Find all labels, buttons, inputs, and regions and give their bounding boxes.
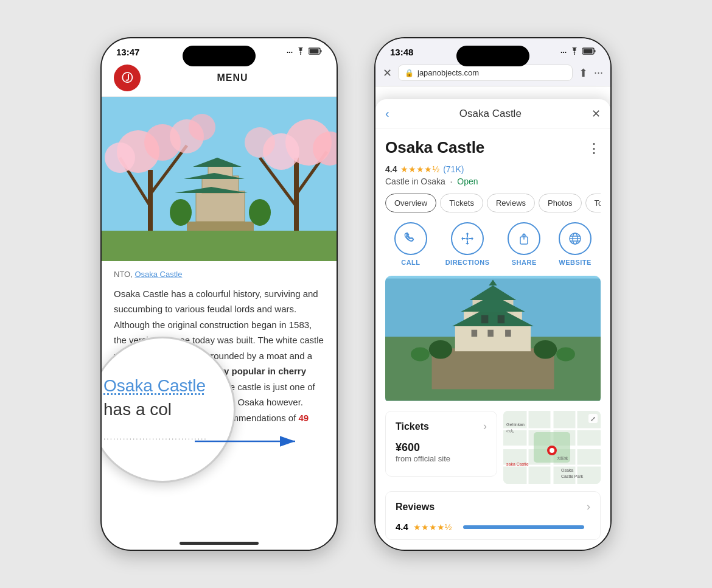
svg-rect-60 bbox=[487, 330, 494, 337]
review-stars: ★★★★½ bbox=[413, 522, 452, 532]
action-call[interactable]: CALL bbox=[394, 222, 427, 266]
tickets-chevron[interactable]: › bbox=[483, 420, 487, 433]
svg-rect-36 bbox=[595, 50, 596, 52]
time-right: 13:48 bbox=[390, 47, 413, 57]
svg-point-64 bbox=[411, 347, 430, 361]
place-type: Castle in Osaka · Open bbox=[385, 177, 601, 186]
review-summary: 4.4 ★★★★½ bbox=[386, 522, 600, 539]
breadcrumb-link[interactable]: Osaka Castle bbox=[134, 270, 182, 279]
maps-close-button[interactable]: ✕ bbox=[592, 107, 601, 121]
open-status: Open bbox=[457, 177, 478, 186]
app-logo-left[interactable]: Ⓙ bbox=[114, 65, 141, 91]
svg-point-30 bbox=[249, 199, 271, 226]
wifi-right bbox=[570, 47, 579, 57]
tabs-row: Overview Tickets Reviews Photos Tours bbox=[385, 194, 601, 212]
svg-rect-50 bbox=[455, 325, 531, 351]
url-text: japanobjects.com bbox=[417, 68, 479, 77]
battery-right bbox=[582, 47, 596, 57]
battery-left bbox=[309, 47, 322, 57]
app-menu-label-left: MENU bbox=[141, 72, 324, 83]
maps-header: ‹ Osaka Castle ✕ bbox=[375, 99, 610, 128]
svg-text:Ⓙ: Ⓙ bbox=[122, 72, 133, 84]
left-phone: 13:47 ··· Ⓙ MENU bbox=[100, 37, 338, 551]
svg-rect-2 bbox=[321, 50, 322, 52]
svg-point-75 bbox=[550, 448, 554, 453]
svg-rect-59 bbox=[472, 330, 478, 337]
call-label: CALL bbox=[401, 259, 420, 266]
dynamic-island-right bbox=[456, 46, 529, 66]
review-count[interactable]: (71K) bbox=[443, 164, 464, 174]
svg-text:Castle Park: Castle Park bbox=[561, 474, 584, 478]
tab-tickets[interactable]: Tickets bbox=[440, 194, 483, 212]
lock-icon: 🔒 bbox=[405, 69, 414, 77]
home-indicator-left bbox=[180, 542, 259, 545]
svg-point-62 bbox=[429, 340, 452, 359]
directions-label: DIRECTIONS bbox=[445, 259, 490, 266]
svg-text:saka Castle: saka Castle bbox=[506, 462, 529, 466]
svg-point-34 bbox=[574, 54, 575, 55]
tab-overview[interactable]: Overview bbox=[385, 194, 436, 212]
url-bar[interactable]: 🔒 japanobjects.com bbox=[398, 65, 573, 81]
more-icon[interactable]: ··· bbox=[594, 66, 603, 80]
maps-content: Osaka Castle ⋮ 4.4 ★★★★½ (71K) Castle in… bbox=[375, 128, 610, 550]
share-circle bbox=[508, 222, 540, 255]
breadcrumb-text: NTO, bbox=[114, 270, 134, 279]
review-bar bbox=[463, 525, 584, 529]
map-thumbnail[interactable]: Gehinkan の丸 大阪城 saka Castle Osaka Castle… bbox=[503, 411, 601, 484]
svg-text:の丸: の丸 bbox=[506, 429, 514, 433]
maps-panel-title: Osaka Castle bbox=[396, 108, 585, 120]
place-name: Osaka Castle bbox=[385, 138, 587, 157]
right-phone: 13:48 ··· ✕ 🔒 japanobjects.com ⬆ ··· bbox=[374, 37, 612, 551]
reviews-chevron[interactable]: › bbox=[587, 500, 590, 513]
tab-photos[interactable]: Photos bbox=[539, 194, 581, 212]
svg-rect-37 bbox=[584, 49, 593, 54]
svg-rect-61 bbox=[505, 330, 511, 337]
castle-photo-maps bbox=[385, 276, 601, 404]
dynamic-island-left bbox=[183, 46, 256, 66]
action-directions[interactable]: DIRECTIONS bbox=[445, 222, 490, 266]
tickets-map-row: Tickets › ¥600 from official site bbox=[385, 411, 601, 484]
svg-rect-58 bbox=[498, 315, 504, 323]
svg-text:大阪城: 大阪城 bbox=[557, 457, 568, 460]
tab-reviews[interactable]: Reviews bbox=[487, 194, 535, 212]
reviews-row: Reviews › bbox=[386, 492, 600, 522]
mag-highlighted-text: Osaka Castle bbox=[103, 376, 206, 395]
svg-point-63 bbox=[534, 340, 557, 359]
svg-point-40 bbox=[466, 237, 469, 240]
reviews-card: Reviews › 4.4 ★★★★½ bbox=[385, 491, 601, 540]
signal-left: ··· bbox=[287, 48, 293, 57]
svg-text:Osaka: Osaka bbox=[561, 468, 573, 472]
breadcrumb: NTO, Osaka Castle bbox=[114, 268, 324, 281]
mag-text-continuation: has a col bbox=[103, 400, 172, 419]
scene: 13:47 ··· Ⓙ MENU bbox=[76, 13, 636, 575]
place-more-button[interactable]: ⋮ bbox=[587, 141, 601, 156]
tickets-row: Tickets › bbox=[386, 411, 497, 441]
action-website[interactable]: WEBSITE bbox=[559, 222, 592, 266]
maps-back-button[interactable]: ‹ bbox=[385, 107, 389, 121]
website-label: WEBSITE bbox=[559, 259, 592, 266]
action-row: CALL DIRECTIONS bbox=[385, 222, 601, 266]
share-icon[interactable]: ⬆ bbox=[579, 66, 588, 80]
mag-dots: ................................ bbox=[103, 433, 208, 441]
wifi-left bbox=[296, 47, 305, 57]
svg-point-15 bbox=[105, 142, 135, 173]
svg-point-17 bbox=[189, 114, 215, 141]
svg-rect-31 bbox=[102, 231, 337, 261]
directions-circle bbox=[451, 222, 484, 255]
time-left: 13:47 bbox=[116, 47, 139, 57]
svg-rect-3 bbox=[310, 49, 319, 54]
rating-stars: ★★★★½ bbox=[400, 164, 439, 174]
tickets-title: Tickets bbox=[396, 421, 429, 432]
castle-image-left bbox=[102, 97, 337, 261]
tab-tours[interactable]: Tours bbox=[585, 194, 601, 212]
website-circle bbox=[559, 222, 592, 255]
share-label: SHARE bbox=[512, 259, 537, 266]
svg-point-65 bbox=[556, 347, 575, 361]
svg-point-21 bbox=[245, 127, 275, 158]
signal-right: ··· bbox=[560, 48, 567, 57]
browser-close-button[interactable]: ✕ bbox=[383, 66, 392, 80]
rating-row: 4.4 ★★★★½ (71K) bbox=[385, 164, 601, 174]
magnifier-content: Osaka Castle has a col .................… bbox=[100, 362, 234, 458]
action-share[interactable]: SHARE bbox=[508, 222, 540, 266]
svg-point-0 bbox=[300, 54, 301, 55]
